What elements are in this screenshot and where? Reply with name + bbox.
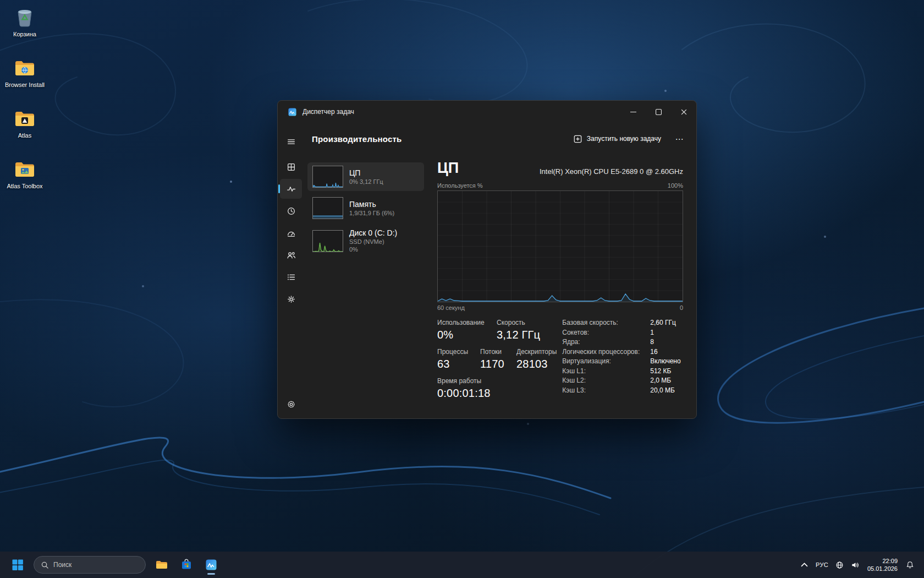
- cpu-mini-graph: [312, 166, 343, 188]
- stat-handles: Дескрипторы 28103: [516, 348, 557, 370]
- nav-users[interactable]: [280, 245, 302, 265]
- run-new-task-label: Запустить новую задачу: [587, 135, 661, 143]
- search-icon: [41, 561, 49, 569]
- desktop-icon-atlas[interactable]: Atlas: [2, 108, 47, 151]
- file-explorer-button[interactable]: [151, 554, 173, 576]
- nav-services[interactable]: [280, 289, 302, 309]
- tray-time: 22:09: [882, 557, 898, 565]
- chevron-up-icon: [800, 561, 809, 569]
- task-manager-window: Диспетчер задач: [277, 100, 697, 419]
- performance-page: Производительность Запустить новую задач…: [304, 123, 696, 418]
- cpu-info-list: Базовая скорость:2,60 ГГц Сокетов:1 Ядра…: [562, 319, 690, 410]
- info-row: Сокетов:1: [562, 329, 690, 337]
- desktop-icon-list: Корзина Browser Install: [2, 7, 47, 201]
- info-row: Кэш L1:512 КБ: [562, 368, 690, 375]
- desktop: Корзина Browser Install: [0, 0, 924, 578]
- window-title: Диспетчер задач: [302, 108, 354, 116]
- graph-axis-label-0: 0: [680, 304, 683, 311]
- header-actions: Запустить новую задачу ⋯: [568, 131, 688, 147]
- titlebar[interactable]: Диспетчер задач: [278, 101, 696, 123]
- nav-menu-button[interactable]: [280, 132, 302, 151]
- nav-app-history[interactable]: [280, 201, 302, 221]
- cpu-detail-pane: ЦП Intel(R) Xeon(R) CPU E5-2689 0 @ 2.60…: [437, 160, 683, 410]
- stat-processes: Процессы 63: [437, 348, 480, 370]
- desktop-icon-recycle-bin[interactable]: Корзина: [2, 7, 47, 50]
- nav-details[interactable]: [280, 267, 302, 287]
- info-row: Базовая скорость:2,60 ГГц: [562, 319, 690, 327]
- volume-icon: [851, 561, 859, 569]
- minimize-icon: [630, 109, 636, 115]
- performance-content: ЦП 0% 3,12 ГГц Память 1,9/31,9 ГБ (6%): [304, 155, 696, 418]
- start-icon: [11, 558, 24, 571]
- app-history-icon: [287, 206, 296, 216]
- desktop-icon-atlas-toolbox[interactable]: Atlas Toolbox: [2, 159, 47, 201]
- info-row: Кэш L3:20,0 МБ: [562, 387, 690, 395]
- network-button[interactable]: [832, 555, 847, 575]
- search-input[interactable]: [53, 561, 130, 569]
- run-new-task-icon: [574, 135, 582, 143]
- system-tray: РУС 22:09 05.01.2026: [797, 555, 917, 575]
- nav-startup-apps[interactable]: [280, 223, 302, 243]
- page-title: Производительность: [312, 134, 402, 144]
- settings-gear-icon: [287, 400, 296, 409]
- file-explorer-icon: [155, 558, 168, 571]
- task-manager-logo-icon: [288, 107, 297, 117]
- taskbar-search[interactable]: [34, 556, 146, 574]
- startup-apps-icon: [287, 228, 296, 238]
- perf-item-name: ЦП: [349, 168, 383, 178]
- perf-item-name: Память: [349, 200, 394, 209]
- info-row: Виртуализация:Включено: [562, 358, 690, 366]
- processes-icon: [287, 162, 296, 172]
- info-row: Ядра:8: [562, 339, 690, 346]
- perf-item-detail: 1,9/31,9 ГБ (6%): [349, 210, 394, 217]
- minimize-button[interactable]: [620, 101, 646, 123]
- stat-usage: Использование 0%: [437, 319, 497, 341]
- perf-item-disk0[interactable]: Диск 0 (C: D:) SSD (NVMe) 0%: [307, 225, 424, 257]
- nav-performance[interactable]: [280, 179, 302, 199]
- cpu-model-name: Intel(R) Xeon(R) CPU E5-2689 0 @ 2.60GHz: [540, 167, 683, 176]
- maximize-button[interactable]: [646, 101, 671, 123]
- graph-axis-label-usage: Используется %: [437, 182, 483, 189]
- volume-button[interactable]: [848, 555, 862, 575]
- graph-axis-label-max: 100%: [668, 182, 683, 189]
- perf-item-detail: SSD (NVMe): [349, 238, 397, 246]
- folder-browser-icon: [14, 57, 36, 79]
- stat-threads: Потоки 1170: [480, 348, 516, 370]
- tray-date: 05.01.2026: [867, 565, 898, 572]
- language-indicator[interactable]: РУС: [812, 555, 832, 575]
- perf-item-detail2: 0%: [349, 246, 397, 253]
- nav-processes[interactable]: [280, 157, 302, 177]
- bell-icon: [906, 561, 914, 569]
- perf-item-name: Диск 0 (C: D:): [349, 228, 397, 238]
- maximize-icon: [656, 109, 662, 115]
- settings-button[interactable]: [280, 394, 302, 414]
- start-button[interactable]: [7, 554, 29, 576]
- more-options-button[interactable]: ⋯: [671, 131, 688, 146]
- run-new-task-button[interactable]: Запустить новую задачу: [568, 131, 667, 147]
- network-globe-icon: [835, 561, 844, 569]
- notification-center-button[interactable]: [903, 555, 917, 575]
- close-button[interactable]: [671, 101, 696, 123]
- perf-item-detail: 0% 3,12 ГГц: [349, 178, 383, 186]
- graph-axis-label-60s: 60 секунд: [437, 304, 465, 311]
- task-manager-taskbar-button[interactable]: [200, 554, 222, 576]
- perf-item-memory[interactable]: Память 1,9/31,9 ГБ (6%): [307, 194, 424, 222]
- window-controls: [620, 101, 696, 123]
- close-icon: [681, 109, 687, 115]
- desktop-icon-label: Atlas Toolbox: [7, 183, 42, 190]
- info-row: Логических процессоров:16: [562, 348, 690, 356]
- disk-mini-graph: [312, 230, 343, 252]
- tray-chevron-button[interactable]: [797, 555, 812, 575]
- cpu-usage-graph[interactable]: [437, 190, 683, 302]
- task-manager-icon: [205, 558, 218, 571]
- cpu-stats: Использование 0% Скорость 3,12 ГГц: [437, 319, 683, 410]
- perf-item-cpu[interactable]: ЦП 0% 3,12 ГГц: [307, 162, 424, 191]
- perf-resource-list: ЦП 0% 3,12 ГГц Память 1,9/31,9 ГБ (6%): [307, 160, 424, 410]
- microsoft-store-button[interactable]: [175, 554, 197, 576]
- performance-icon: [287, 184, 296, 194]
- stat-speed: Скорость 3,12 ГГц: [497, 319, 540, 341]
- clock[interactable]: 22:09 05.01.2026: [863, 555, 902, 575]
- stat-uptime: Время работы 0:00:01:18: [437, 377, 491, 400]
- desktop-icon-browser-install[interactable]: Browser Install: [2, 57, 47, 100]
- nav-rail: [278, 123, 304, 418]
